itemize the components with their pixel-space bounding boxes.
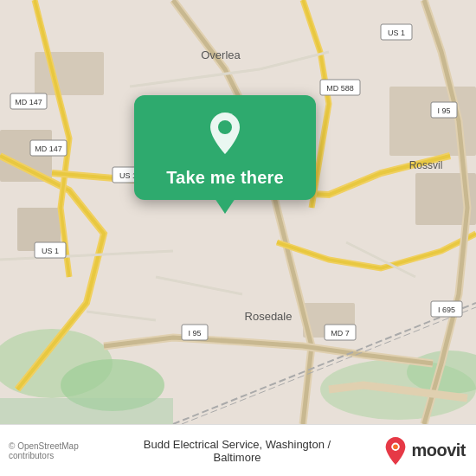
moovit-logo: moovit <box>351 436 466 466</box>
location-name: Budd Electrical Service <box>144 438 260 451</box>
svg-text:US 1: US 1 <box>388 29 405 37</box>
svg-text:I 95: I 95 <box>188 329 201 338</box>
svg-text:MD 147: MD 147 <box>35 145 62 153</box>
svg-text:Rosedale: Rosedale <box>245 310 293 323</box>
svg-text:MD 147: MD 147 <box>15 98 42 106</box>
svg-point-45 <box>218 120 232 134</box>
svg-rect-5 <box>0 398 173 424</box>
svg-text:US 1: US 1 <box>42 247 59 255</box>
svg-text:Overlea: Overlea <box>201 48 241 61</box>
svg-point-47 <box>394 444 399 449</box>
svg-text:I 695: I 695 <box>438 306 455 314</box>
map-attribution: © OpenStreetMap contributors <box>9 441 123 460</box>
svg-text:Rossvil: Rossvil <box>409 159 443 171</box>
map-area: MD 147 MD 147 US 1 US 1 MD 588 I 95 I 95… <box>0 0 476 424</box>
take-me-there-button[interactable]: Take me there <box>166 168 284 188</box>
svg-rect-6 <box>35 52 104 95</box>
location-info: Budd Electrical Service, Washington / Ba… <box>123 438 351 464</box>
moovit-pin-icon <box>383 436 408 466</box>
svg-text:MD 588: MD 588 <box>326 84 354 93</box>
location-pin-icon <box>206 111 244 159</box>
bottom-info-bar: © OpenStreetMap contributors Budd Electr… <box>0 424 476 476</box>
moovit-brand-label: moovit <box>411 441 466 460</box>
svg-text:I 95: I 95 <box>437 106 450 115</box>
svg-text:MD 7: MD 7 <box>331 329 350 338</box>
navigation-popup[interactable]: Take me there <box>134 95 316 200</box>
